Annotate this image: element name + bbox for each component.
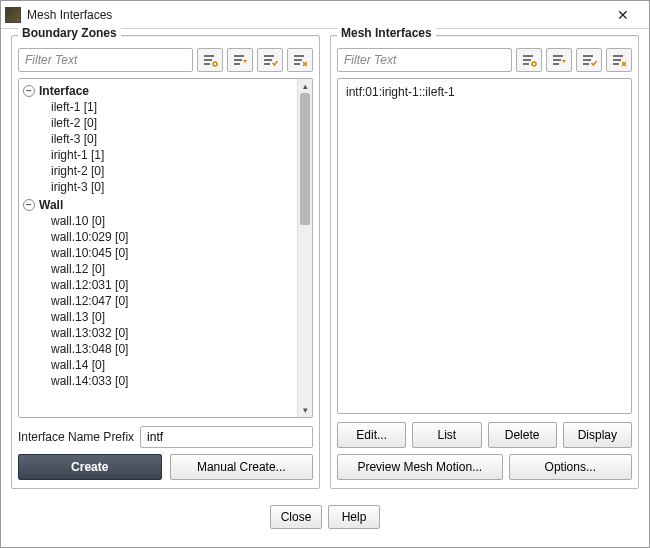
deselect-all-icon [611,53,627,67]
app-icon [5,7,21,23]
tree-item[interactable]: iright-1 [1] [21,147,295,163]
boundary-zones-label: Boundary Zones [18,26,121,40]
dialog-footer: Close Help [1,495,649,539]
tree-item[interactable]: wall.12:047 [0] [21,293,295,309]
deselect-all-button[interactable] [287,48,313,72]
sort-toggle-button[interactable] [516,48,542,72]
window-title: Mesh Interfaces [27,8,605,22]
prefix-row: Interface Name Prefix [18,426,313,448]
tree-item[interactable]: ileft-1 [1] [21,99,295,115]
boundary-filter-input[interactable] [18,48,193,72]
filter-toggle-button[interactable] [227,48,253,72]
sort-toggle-icon [202,53,218,67]
right-actions-row-1: Edit... List Delete Display [337,422,632,448]
tree-item[interactable]: wall.14 [0] [21,357,295,373]
prefix-label: Interface Name Prefix [18,430,134,444]
interfaces-filter-row [337,48,632,72]
close-icon: ✕ [617,7,629,23]
svg-point-1 [532,62,536,66]
preview-mesh-motion-button[interactable]: Preview Mesh Motion... [337,454,503,480]
interfaces-filter-input[interactable] [337,48,512,72]
select-all-icon [581,53,597,67]
scroll-up-arrow[interactable]: ▴ [298,79,312,93]
tree-group-label: Wall [39,198,63,212]
close-dialog-button[interactable]: Close [270,505,322,529]
select-all-button[interactable] [576,48,602,72]
create-button[interactable]: Create [18,454,162,480]
mesh-interfaces-list[interactable]: intf:01:iright-1::ileft-1 [337,78,632,414]
collapse-icon[interactable]: − [23,85,35,97]
collapse-icon[interactable]: − [23,199,35,211]
titlebar: Mesh Interfaces ✕ [1,1,649,29]
tree-item[interactable]: wall.12 [0] [21,261,295,277]
tree-item[interactable]: ileft-3 [0] [21,131,295,147]
filter-toggle-icon [232,53,248,67]
scroll-thumb[interactable] [300,93,310,225]
tree-item[interactable]: wall.13 [0] [21,309,295,325]
tree-item[interactable]: wall.10:029 [0] [21,229,295,245]
mesh-interfaces-pane: Mesh Interfaces intf:01:iright-1::ileft-… [330,35,639,489]
right-actions-row-2: Preview Mesh Motion... Options... [337,454,632,480]
display-button[interactable]: Display [563,422,632,448]
tree-item[interactable]: iright-3 [0] [21,179,295,195]
delete-button[interactable]: Delete [488,422,557,448]
boundary-filter-row [18,48,313,72]
close-button[interactable]: ✕ [605,4,641,26]
scrollbar[interactable]: ▴ ▾ [297,79,312,417]
tree-group-header[interactable]: −Interface [21,83,295,99]
tree-item[interactable]: wall.10:045 [0] [21,245,295,261]
tree-item[interactable]: ileft-2 [0] [21,115,295,131]
tree-item[interactable]: wall.13:032 [0] [21,325,295,341]
deselect-all-icon [292,53,308,67]
tree-item[interactable]: wall.14:033 [0] [21,373,295,389]
prefix-input[interactable] [140,426,313,448]
tree-item[interactable]: wall.12:031 [0] [21,277,295,293]
options-button[interactable]: Options... [509,454,632,480]
edit-button[interactable]: Edit... [337,422,406,448]
tree-group-header[interactable]: −Wall [21,197,295,213]
boundary-zones-pane: Boundary Zones −Interfaceileft-1 [1]ilef… [11,35,320,489]
select-all-button[interactable] [257,48,283,72]
tree-item[interactable]: iright-2 [0] [21,163,295,179]
select-all-icon [262,53,278,67]
sort-toggle-button[interactable] [197,48,223,72]
filter-toggle-button[interactable] [546,48,572,72]
manual-create-button[interactable]: Manual Create... [170,454,314,480]
help-button[interactable]: Help [328,505,380,529]
scroll-down-arrow[interactable]: ▾ [298,403,312,417]
deselect-all-button[interactable] [606,48,632,72]
tree-item[interactable]: wall.10 [0] [21,213,295,229]
mesh-interfaces-label: Mesh Interfaces [337,26,436,40]
boundary-zones-list[interactable]: −Interfaceileft-1 [1]ileft-2 [0]ileft-3 … [18,78,313,418]
list-item[interactable]: intf:01:iright-1::ileft-1 [340,83,629,101]
left-button-row: Create Manual Create... [18,454,313,480]
filter-toggle-icon [551,53,567,67]
sort-toggle-icon [521,53,537,67]
list-button[interactable]: List [412,422,481,448]
tree-item[interactable]: wall.13:048 [0] [21,341,295,357]
svg-point-0 [213,62,217,66]
tree-group-label: Interface [39,84,89,98]
